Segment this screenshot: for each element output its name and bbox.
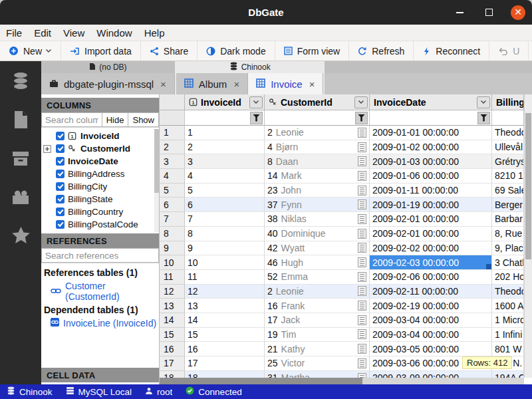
column-item-billingpostalcode[interactable]: BillingPostalCode	[41, 218, 159, 231]
sidebar-item-plugins[interactable]	[11, 188, 30, 206]
invoice-date-cell[interactable]: 2009-01-06 00:00:00	[370, 169, 492, 184]
reference-link[interactable]: Customer (CustomerId)	[43, 279, 159, 303]
toolbar-button-share[interactable]: Share	[141, 41, 198, 61]
invoice-date-cell[interactable]: 2009-01-03 00:00:00	[370, 154, 492, 169]
filter-funnel-button[interactable]	[355, 112, 368, 124]
tab-close-icon[interactable]: ×	[233, 78, 239, 90]
customer-id-cell[interactable]: 31 Martha	[265, 371, 370, 378]
row-number-cell[interactable]: 2	[160, 140, 185, 155]
toolbar-button-import-data[interactable]: Import data	[61, 41, 141, 61]
row-number-cell[interactable]: 4	[160, 169, 185, 184]
invoice-id-cell[interactable]: 17	[185, 356, 265, 371]
billing-address-cell[interactable]: Grétrys	[492, 154, 524, 169]
toolbar-button-dark-mode[interactable]: Dark mode	[198, 41, 275, 61]
invoice-id-cell[interactable]: 12	[185, 285, 265, 299]
column-header-invoicedate[interactable]: InvoiceDate	[370, 94, 492, 110]
column-header-invoiceid[interactable]: 1InvoiceId	[185, 94, 265, 110]
invoice-id-cell[interactable]: 15	[185, 328, 265, 342]
menu-help[interactable]: Help	[138, 25, 171, 41]
row-number-cell[interactable]: 8	[160, 227, 185, 241]
tab-invoice[interactable]: Invoice ×	[248, 73, 323, 94]
show-columns-button[interactable]: Show	[128, 112, 159, 127]
toolbar-button-reconnect[interactable]: Reconnect	[414, 41, 489, 61]
row-number-cell[interactable]: 14	[160, 313, 185, 328]
column-item-billingstate[interactable]: BillingState	[41, 193, 159, 205]
row-number-cell[interactable]: 10	[160, 255, 185, 270]
expand-icon[interactable]	[43, 145, 51, 153]
toolbar-button-u[interactable]: U	[489, 41, 529, 61]
invoice-id-cell[interactable]: 8	[185, 227, 265, 241]
invoice-id-cell[interactable]: 14	[185, 313, 265, 328]
sidebar-item-archive[interactable]	[11, 149, 30, 168]
column-checkbox[interactable]	[56, 170, 65, 178]
customer-id-cell[interactable]: 23 John	[265, 184, 370, 198]
billing-address-cell[interactable]: 69 Sale	[492, 184, 524, 198]
invoice-id-cell[interactable]: 5	[185, 184, 265, 198]
billing-address-cell[interactable]: Berger	[492, 198, 524, 212]
toolbar-button-form-view[interactable]: Form view	[275, 41, 350, 61]
toolbar-button-new[interactable]: New	[0, 41, 61, 61]
customer-id-cell[interactable]: 38 Niklas	[265, 212, 370, 227]
customer-id-cell[interactable]: 42 Wyatt	[265, 241, 370, 256]
tab-dbgate-plugin-mssql[interactable]: dbgate-plugin-mssql ×	[41, 73, 175, 94]
billing-address-cell[interactable]: 194A C	[492, 371, 524, 378]
grid-vertical-scrollbar[interactable]	[524, 94, 532, 378]
menu-edit[interactable]: Edit	[28, 25, 57, 41]
invoice-date-cell[interactable]: 2009-01-11 00:00:00	[370, 184, 492, 198]
billing-address-cell[interactable]: 801 W	[492, 342, 524, 356]
customer-id-cell[interactable]: 17 Jack	[265, 313, 370, 328]
invoice-id-cell[interactable]: 11	[185, 270, 265, 285]
row-number-cell[interactable]: 7	[160, 212, 185, 227]
toolbar-button-refresh[interactable]: Refresh	[349, 41, 414, 61]
maximize-button[interactable]	[481, 5, 496, 20]
grid-horizontal-scrollbar[interactable]	[160, 378, 524, 384]
column-checkbox[interactable]	[56, 157, 65, 166]
billing-address-cell[interactable]: 8210 1	[492, 169, 524, 184]
row-number-cell[interactable]: 3	[160, 154, 185, 169]
column-item-customerid[interactable]: CustomerId	[41, 142, 159, 155]
customer-id-cell[interactable]: 4 Bjørn	[265, 140, 370, 155]
column-item-billingaddress[interactable]: BillingAddress	[41, 168, 159, 180]
customer-id-cell[interactable]: 37 Fynn	[265, 198, 370, 212]
invoice-date-cell[interactable]: 2009-03-05 00:00:00	[370, 342, 492, 356]
filter-funnel-button[interactable]	[250, 112, 263, 124]
invoice-id-cell[interactable]: 2	[185, 140, 265, 155]
invoice-id-cell[interactable]: 6	[185, 198, 265, 212]
menu-window[interactable]: Window	[90, 25, 138, 41]
billing-address-cell[interactable]: Theodo	[492, 126, 524, 140]
sidebar-item-database[interactable]	[11, 72, 30, 90]
customer-id-cell[interactable]: 2 Leonie	[265, 285, 370, 299]
filter-funnel-button[interactable]	[477, 112, 490, 124]
row-number-cell[interactable]: 13	[160, 299, 185, 313]
column-item-invoiceid[interactable]: 1 InvoiceId	[41, 130, 159, 142]
filter-input-invoicedate[interactable]	[371, 112, 477, 124]
row-number-cell[interactable]: 16	[160, 342, 185, 356]
row-number-cell[interactable]: 11	[160, 270, 185, 285]
column-header-billinga[interactable]: BillingA	[492, 94, 524, 110]
invoice-date-cell[interactable]: 2009-02-01 00:00:00	[370, 227, 492, 241]
tab-close-icon[interactable]: ×	[309, 78, 315, 90]
reference-link[interactable]: InvoiceLine (InvoiceId)	[43, 317, 159, 330]
column-dropdown-button[interactable]	[354, 96, 368, 108]
column-checkbox[interactable]	[56, 220, 65, 229]
search-references-input[interactable]	[41, 248, 159, 263]
customer-id-cell[interactable]: 52 Emma	[265, 270, 370, 285]
row-number-cell[interactable]: 6	[160, 198, 185, 212]
invoice-date-cell[interactable]: 2009-03-04 00:00:00	[370, 313, 492, 328]
invoice-date-cell[interactable]: 2009-02-01 00:00:00	[370, 212, 492, 227]
invoice-id-cell[interactable]: 3	[185, 154, 265, 169]
menu-file[interactable]: File	[0, 25, 28, 41]
column-item-billingcity[interactable]: BillingCity	[41, 180, 159, 193]
invoice-id-cell[interactable]: 7	[185, 212, 265, 227]
tab-album[interactable]: Album ×	[176, 73, 248, 94]
invoice-date-cell[interactable]: 2009-02-19 00:00:00	[370, 299, 492, 313]
billing-address-cell[interactable]: Ullevål	[492, 140, 524, 155]
invoice-date-cell[interactable]: 2009-03-04 00:00:00	[370, 328, 492, 342]
invoice-id-cell[interactable]: 18	[185, 371, 265, 378]
customer-id-cell[interactable]: 25 Victor	[265, 356, 370, 371]
row-number-cell[interactable]: 15	[160, 328, 185, 342]
billing-address-cell[interactable]: Theodo	[492, 285, 524, 299]
invoice-date-cell[interactable]: 2009-03-09 00:00:00	[370, 371, 492, 378]
row-number-cell[interactable]: 9	[160, 241, 185, 256]
invoice-id-cell[interactable]: 9	[185, 241, 265, 256]
